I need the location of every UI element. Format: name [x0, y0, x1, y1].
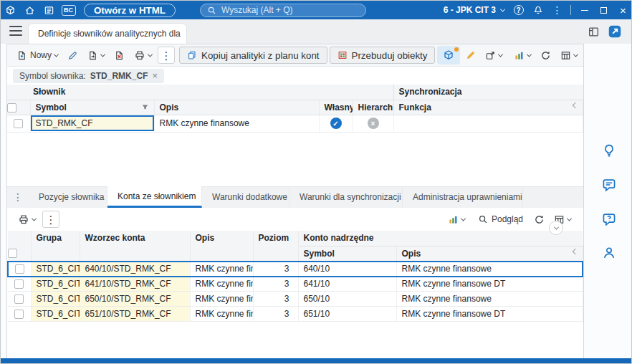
export-button[interactable] — [482, 47, 506, 64]
chevron-down-icon — [32, 216, 37, 221]
close-button[interactable]: × — [613, 1, 632, 19]
copy-document-icon — [87, 50, 98, 61]
feedback-chat-icon[interactable] — [601, 177, 617, 193]
tab-pozycje-slownika[interactable]: Pozycje słownika — [29, 186, 107, 208]
row-checkbox[interactable] — [14, 119, 23, 128]
chevron-down-icon — [148, 52, 153, 57]
context-selector[interactable]: 6 - JPK CIT 3 — [439, 5, 509, 15]
edit-button[interactable] — [64, 47, 82, 64]
symbol-cell-editor[interactable]: STD_RMK_CF — [31, 115, 154, 131]
column-header-parent-symbol[interactable]: Symbol — [298, 246, 396, 262]
band-slownik: Słownik — [7, 85, 393, 100]
column-header-funkcja[interactable]: Funkcja — [393, 100, 583, 115]
detail-more-button[interactable]: ⋮ — [42, 211, 59, 228]
duplicate-button[interactable] — [84, 47, 108, 64]
minimize-button[interactable] — [575, 1, 594, 19]
news-panel-icon[interactable] — [39, 1, 59, 19]
row-checkbox[interactable] — [14, 294, 24, 304]
filter-chip[interactable]: Symbol słownika: STD_RMK_CF × — [13, 69, 164, 83]
bar-chart-icon — [514, 50, 525, 61]
select-all-checkbox[interactable] — [8, 231, 31, 262]
new-button[interactable]: Nowy — [13, 47, 62, 64]
rebuild-objects-icon — [337, 50, 348, 60]
titlebar-more-icon[interactable]: ⋮ — [547, 1, 567, 19]
column-header-symbol[interactable]: Symbol — [30, 100, 154, 115]
column-header-opis[interactable]: Opis — [190, 231, 253, 262]
check-circle-icon: ✓ — [330, 118, 342, 129]
tab-administracja-uprawnieniami[interactable]: Administracja uprawnieniami — [403, 186, 523, 208]
funkcja-cell[interactable] — [393, 115, 583, 132]
maximize-button[interactable] — [594, 1, 613, 19]
user-account-icon[interactable] — [601, 245, 617, 261]
column-header-parent-opis[interactable]: Opis — [396, 246, 583, 262]
suggestions-lightbulb-icon[interactable] — [601, 143, 617, 158]
home-icon[interactable] — [20, 1, 39, 19]
context-object-button[interactable] — [437, 46, 460, 64]
help-bubble-icon[interactable] — [601, 211, 617, 227]
edit-layout-button[interactable] — [464, 47, 477, 64]
chevron-down-icon — [567, 216, 572, 221]
table-grid-icon — [560, 50, 571, 61]
dictionaries-grid: Słownik Synchronizacja Symbol Opis Własn… — [7, 85, 583, 133]
account-row[interactable]: STD_6_CIT 640/10/STD_RMK_CF RMK czynne f… — [8, 262, 583, 277]
help-icon[interactable]: ? — [509, 1, 528, 19]
row-checkbox[interactable] — [15, 264, 24, 274]
row-checkbox[interactable] — [14, 279, 24, 289]
detail-chart-button[interactable] — [444, 211, 469, 228]
dictionary-row[interactable]: STD_RMK_CF RMK czynne finansowe ✓ × — [7, 115, 583, 132]
remove-filter-icon[interactable]: × — [152, 71, 158, 80]
search-input[interactable] — [221, 5, 359, 15]
open-external-icon[interactable] — [607, 24, 623, 39]
delete-button[interactable] — [110, 47, 128, 64]
collapse-panel-button[interactable] — [549, 221, 563, 235]
copy-analytics-button[interactable]: Kopiuj analityki z planu kont — [179, 47, 327, 64]
cube-icon — [443, 49, 454, 61]
bc-module-icon[interactable]: BC — [59, 1, 78, 19]
notification-dot — [454, 47, 459, 52]
row-checkbox[interactable] — [14, 310, 24, 319]
chart-button[interactable] — [510, 47, 535, 64]
column-header-wzorzec[interactable]: Wzorzec konta — [80, 231, 190, 262]
toolbar-more-button[interactable]: ⋮ — [158, 47, 175, 64]
chevron-down-icon — [498, 52, 503, 57]
account-row[interactable]: STD_6_CIT 651/10/STD_RMK_CF RMK czynne f… — [8, 307, 583, 322]
export-share-icon — [485, 50, 496, 61]
minimize-icon — [581, 10, 588, 11]
account-row[interactable]: STD_6_CIT 650/10/STD_RMK_CF RMK czynne f… — [8, 292, 583, 307]
tab-definicje-slownikow[interactable]: Definicje słowników analitycznych dla — [28, 23, 187, 44]
tab-konta-ze-slownikiem[interactable]: Konta ze słownikiem — [107, 186, 202, 208]
detail-refresh-button[interactable] — [532, 211, 546, 228]
notifications-bell-icon[interactable] — [528, 1, 547, 19]
detail-print-button[interactable] — [14, 211, 39, 228]
open-in-html-button[interactable]: Otwórz w HTML — [84, 4, 176, 17]
global-search[interactable] — [200, 4, 366, 17]
titlebar-separator — [570, 5, 571, 15]
app-launcher-icon[interactable] — [1, 1, 20, 19]
select-all-checkbox[interactable] — [7, 100, 30, 115]
layout-panels-icon[interactable] — [588, 26, 600, 38]
opis-cell[interactable]: RMK czynne finansowe — [154, 115, 319, 132]
preview-button[interactable]: Podgląd — [473, 211, 528, 228]
tabs-drag-handle-icon[interactable]: ⋮ — [7, 186, 29, 208]
refresh-button[interactable] — [539, 47, 552, 64]
account-row[interactable]: STD_6_CIT 641/10/STD_RMK_CF RMK czynne f… — [8, 277, 583, 292]
menu-hamburger-icon[interactable] — [9, 26, 22, 36]
column-header-grupa[interactable]: Grupa — [31, 231, 80, 262]
accounts-grid: Grupa Wzorzec konta Opis Poziom Konto na… — [7, 231, 583, 322]
column-header-wlasny[interactable]: Własny — [319, 100, 353, 115]
detail-toolbar: ⋮ Podgląd — [7, 208, 583, 231]
rebuild-objects-button[interactable]: Przebuduj obiekty — [330, 47, 436, 64]
bar-chart-icon — [448, 214, 459, 225]
column-header-hierarchiczny[interactable]: Hierarchiczny — [353, 100, 393, 115]
main-toolbar: Nowy — [7, 44, 583, 67]
chevron-down-icon — [100, 52, 105, 57]
status-bar — [1, 358, 632, 363]
tab-warunki-synchronizacji[interactable]: Warunki dla synchronizacji kont — [289, 186, 403, 208]
new-document-icon — [16, 50, 27, 61]
tab-warunki-dodatkowe[interactable]: Warunki dodatkowe — [202, 186, 289, 208]
print-button[interactable] — [130, 47, 155, 64]
column-header-poziom[interactable]: Poziom — [253, 231, 298, 262]
filter-chip-value: STD_RMK_CF — [90, 71, 148, 81]
column-header-opis[interactable]: Opis — [154, 100, 319, 115]
grid-settings-button[interactable] — [557, 47, 581, 64]
